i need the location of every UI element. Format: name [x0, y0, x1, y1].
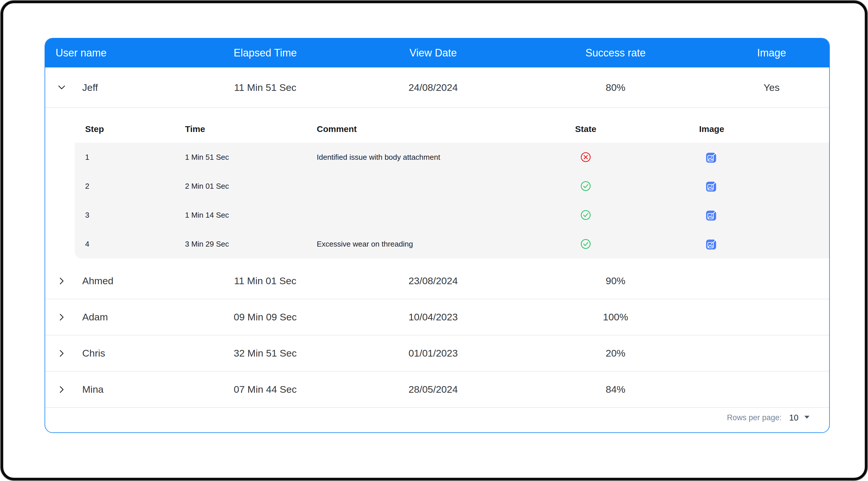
step-number: 1	[75, 153, 175, 162]
success-rate: 84%	[517, 384, 714, 395]
elapsed-time: 09 Min 09 Sec	[181, 312, 349, 323]
success-rate: 90%	[517, 275, 714, 287]
step-comment: Identified issue with body attachment	[306, 153, 521, 162]
table-header: User name Elapsed Time View Date Success…	[45, 38, 829, 67]
col-header-view-date: View Date	[349, 47, 517, 59]
user-name: Adam	[82, 312, 108, 323]
table-footer: Rows per page: 10	[45, 413, 829, 432]
state-pass-icon	[521, 181, 651, 192]
user-name: Ahmed	[82, 275, 114, 287]
col-header-elapsed-time: Elapsed Time	[181, 47, 349, 59]
image-flag: Yes	[714, 82, 829, 93]
open-image-button[interactable]	[706, 209, 718, 221]
step-row-4: 4 3 Min 29 Sec Excessive wear on threadi…	[75, 229, 829, 258]
steps-col-comment: Comment	[306, 124, 521, 134]
steps-body: 1 1 Min 51 Sec Identified issue with bod…	[75, 143, 829, 258]
view-date: 10/04/2023	[349, 312, 517, 323]
table-row-mina[interactable]: Mina 07 Min 44 Sec 28/05/2024 84%	[45, 372, 829, 407]
col-header-success-rate: Success rate	[517, 47, 714, 59]
step-row-1: 1 1 Min 51 Sec Identified issue with bod…	[75, 143, 829, 172]
table-row-chris[interactable]: Chris 32 Min 51 Sec 01/01/2023 20%	[45, 335, 829, 371]
elapsed-time: 07 Min 44 Sec	[181, 384, 349, 395]
row-divider	[45, 107, 829, 108]
chevron-right-icon[interactable]	[57, 385, 67, 394]
success-rate: 20%	[517, 348, 714, 359]
steps-col-image: Image	[651, 124, 772, 134]
rows-per-page-label: Rows per page:	[727, 413, 782, 422]
step-time: 2 Min 01 Sec	[175, 182, 306, 191]
view-date: 23/08/2024	[349, 275, 517, 287]
user-name: Chris	[82, 348, 105, 359]
open-image-button[interactable]	[706, 238, 718, 250]
users-table-card: User name Elapsed Time View Date Success…	[44, 38, 830, 433]
step-row-2: 2 2 Min 01 Sec	[75, 172, 829, 200]
elapsed-time: 32 Min 51 Sec	[181, 348, 349, 359]
window-frame: User name Elapsed Time View Date Success…	[1, 1, 867, 480]
state-pass-icon	[521, 210, 651, 221]
steps-col-time: Time	[175, 124, 306, 134]
state-fail-icon	[521, 152, 651, 163]
view-date: 01/01/2023	[349, 348, 517, 359]
step-number: 4	[75, 239, 175, 249]
table-row-jeff[interactable]: Jeff 11 Min 51 Sec 24/08/2024 80% Yes	[45, 67, 829, 107]
step-time: 1 Min 14 Sec	[175, 211, 306, 220]
state-pass-icon	[521, 238, 651, 250]
step-comment: Excessive wear on threading	[306, 239, 521, 249]
user-name: Mina	[82, 384, 104, 395]
chevron-right-icon[interactable]	[57, 276, 67, 286]
step-number: 3	[75, 211, 175, 220]
elapsed-time: 11 Min 01 Sec	[181, 275, 349, 287]
chevron-right-icon[interactable]	[57, 312, 67, 322]
step-row-3: 3 1 Min 14 Sec	[75, 200, 829, 229]
step-time: 1 Min 51 Sec	[175, 153, 306, 162]
table-row-adam[interactable]: Adam 09 Min 09 Sec 10/04/2023 100%	[45, 299, 829, 335]
view-date: 24/08/2024	[349, 82, 517, 93]
col-header-image: Image	[714, 47, 829, 59]
success-rate: 80%	[517, 82, 714, 93]
steps-subtable: Step Time Comment State Image 1 1 Min 51…	[75, 115, 829, 258]
open-image-button[interactable]	[706, 180, 718, 192]
step-time: 3 Min 29 Sec	[175, 239, 306, 249]
table-row-ahmed[interactable]: Ahmed 11 Min 01 Sec 23/08/2024 90%	[45, 263, 829, 299]
steps-col-state: State	[521, 124, 651, 134]
view-date: 28/05/2024	[349, 384, 517, 395]
rows-per-page-value: 10	[789, 413, 799, 422]
open-image-button[interactable]	[706, 151, 718, 163]
steps-col-step: Step	[75, 124, 175, 134]
caret-down-icon	[804, 415, 810, 420]
step-number: 2	[75, 182, 175, 191]
user-name: Jeff	[82, 82, 98, 93]
success-rate: 100%	[517, 312, 714, 323]
row-divider	[45, 407, 829, 408]
rows-per-page-select[interactable]: 10	[789, 413, 810, 422]
chevron-down-icon[interactable]	[57, 83, 67, 92]
steps-header: Step Time Comment State Image	[75, 115, 829, 143]
elapsed-time: 11 Min 51 Sec	[181, 82, 349, 93]
chevron-right-icon[interactable]	[57, 348, 67, 358]
col-header-user-name: User name	[45, 47, 181, 59]
